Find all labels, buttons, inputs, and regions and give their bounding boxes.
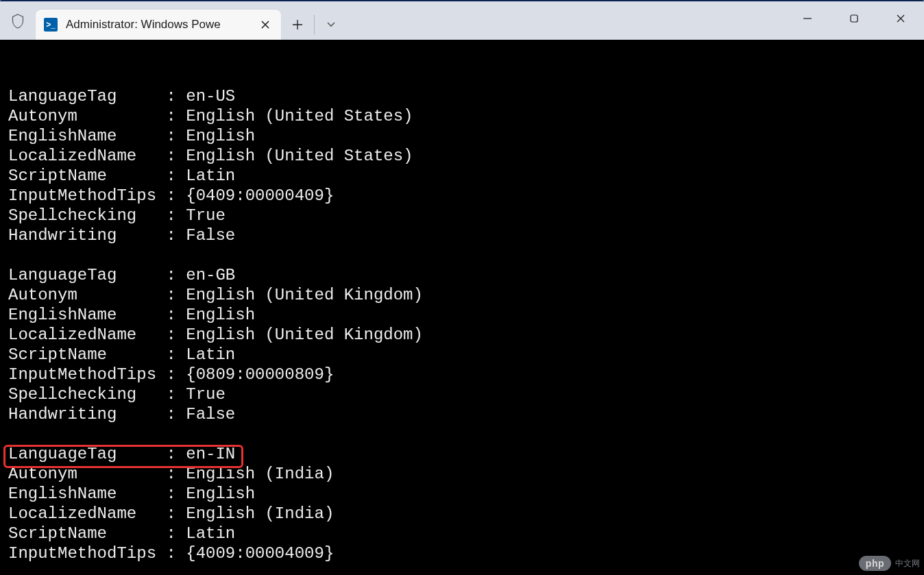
shield-icon bbox=[0, 1, 36, 41]
maximize-button[interactable] bbox=[831, 1, 877, 36]
watermark: php 中文网 bbox=[859, 556, 920, 571]
watermark-text: 中文网 bbox=[895, 558, 920, 570]
titlebar: >_ Administrator: Windows Powe bbox=[0, 1, 924, 41]
window-controls bbox=[784, 1, 924, 36]
active-tab[interactable]: >_ Administrator: Windows Powe bbox=[36, 10, 281, 40]
powershell-icon: >_ bbox=[44, 18, 58, 32]
terminal-output[interactable]: LanguageTag : en-US Autonym : English (U… bbox=[0, 40, 924, 575]
minimize-button[interactable] bbox=[784, 1, 831, 36]
watermark-pill: php bbox=[859, 556, 891, 571]
close-window-button[interactable] bbox=[877, 1, 924, 36]
new-tab-button[interactable] bbox=[281, 10, 314, 40]
svg-rect-0 bbox=[851, 15, 858, 22]
close-tab-button[interactable] bbox=[256, 16, 274, 34]
tab-title: Administrator: Windows Powe bbox=[66, 18, 256, 32]
tab-dropdown-button[interactable] bbox=[315, 10, 348, 40]
